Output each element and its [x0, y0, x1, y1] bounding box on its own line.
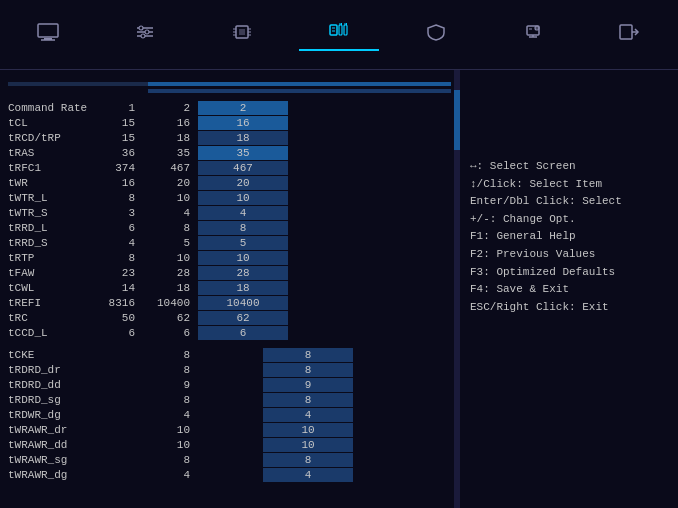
timing-current: 4 — [143, 207, 198, 219]
advance-timing-target[interactable]: 10 — [263, 423, 353, 437]
timing-default: 6 — [88, 222, 143, 234]
advance-timing-default: 10 — [148, 439, 198, 451]
timing-target[interactable]: 16 — [198, 116, 288, 130]
timing-target[interactable]: 35 — [198, 146, 288, 160]
timing-name: tWR — [8, 177, 88, 189]
timing-row: tWTR_S 3 4 4 — [8, 206, 451, 220]
timing-target[interactable]: 10 — [198, 251, 288, 265]
advance-timing-target[interactable]: 8 — [263, 453, 353, 467]
advance-timing-row: tWRAWR_dg 4 4 — [8, 468, 451, 482]
advance-timing-target[interactable]: 4 — [263, 468, 353, 482]
timing-target[interactable]: 10 — [198, 191, 288, 205]
shortcut-item: ESC/Right Click: Exit — [470, 299, 668, 317]
nav-cpu-ram[interactable] — [299, 21, 379, 51]
timing-target[interactable]: 8 — [198, 221, 288, 235]
shortcut-item: ↕/Click: Select Item — [470, 176, 668, 194]
timing-default: 50 — [88, 312, 143, 324]
timing-current: 2 — [143, 102, 198, 114]
top-nav — [0, 0, 678, 70]
timing-target[interactable]: 20 — [198, 176, 288, 190]
memory-profile-label — [8, 82, 148, 86]
advance-timing-target[interactable]: 4 — [263, 408, 353, 422]
shortcut-item: F1: General Help — [470, 228, 668, 246]
scroll-indicator — [454, 70, 460, 508]
timing-default: 4 — [88, 237, 143, 249]
nav-main[interactable] — [8, 23, 88, 49]
timing-target[interactable]: 467 — [198, 161, 288, 175]
right-panel: ↔: Select Screen↕/Click: Select ItemEnte… — [460, 70, 678, 508]
svg-rect-19 — [332, 30, 335, 32]
security-icon — [425, 23, 447, 45]
nav-security[interactable] — [396, 23, 476, 49]
shortcut-item: +/-: Change Opt. — [470, 211, 668, 229]
timing-name: tREFI — [8, 297, 88, 309]
advance-timing-default: 8 — [148, 454, 198, 466]
advance-timing-default: 8 — [148, 394, 198, 406]
advance-timing-target[interactable]: 10 — [263, 438, 353, 452]
timing-target[interactable]: 6 — [198, 326, 288, 340]
shortcut-item: F2: Previous Values — [470, 246, 668, 264]
timing-name: tFAW — [8, 267, 88, 279]
memory-frequency-value[interactable] — [148, 89, 451, 93]
advance-timing-row: tWRAWR_sg 8 8 — [8, 453, 451, 467]
advance-timing-row: tCKE 8 8 — [8, 348, 451, 362]
advance-timing-default: 8 — [148, 349, 198, 361]
timing-name: tRC — [8, 312, 88, 324]
timing-current: 467 — [143, 162, 198, 174]
timing-name: Command Rate — [8, 102, 88, 114]
advance-timing-row: tRDRD_dr 8 8 — [8, 363, 451, 377]
timing-target[interactable]: 28 — [198, 266, 288, 280]
advance-timing-default: 4 — [148, 469, 198, 481]
svg-rect-0 — [38, 24, 58, 37]
svg-point-7 — [145, 30, 149, 34]
timing-target[interactable]: 10400 — [198, 296, 288, 310]
advance-timing-name: tWRAWR_dg — [8, 469, 148, 481]
timing-default: 374 — [88, 162, 143, 174]
timing-current: 18 — [143, 132, 198, 144]
memory-profile-row — [8, 82, 451, 86]
advance-timing-name: tRDRD_sg — [8, 394, 148, 406]
timing-target[interactable]: 62 — [198, 311, 288, 325]
nav-boot[interactable] — [493, 23, 573, 49]
timing-default: 1 — [88, 102, 143, 114]
advance-timing-target[interactable]: 8 — [263, 348, 353, 362]
timing-current: 18 — [143, 282, 198, 294]
advance-timing-name: tWRAWR_sg — [8, 454, 148, 466]
advance-timing-row: tWRAWR_dd 10 10 — [8, 438, 451, 452]
nav-exit[interactable] — [589, 23, 669, 49]
advance-timing-row: tRDWR_dg 4 4 — [8, 408, 451, 422]
svg-rect-20 — [339, 25, 342, 35]
memory-profile-value[interactable] — [148, 82, 451, 86]
advance-timing-target[interactable]: 8 — [263, 363, 353, 377]
advance-timing-row: tWRAWR_dr 10 10 — [8, 423, 451, 437]
timing-row: tWTR_L 8 10 10 — [8, 191, 451, 205]
svg-rect-10 — [239, 29, 245, 35]
nav-chipset[interactable] — [202, 23, 282, 49]
timing-target[interactable]: 4 — [198, 206, 288, 220]
timing-default: 14 — [88, 282, 143, 294]
timing-name: tRRD_L — [8, 222, 88, 234]
svg-point-8 — [141, 34, 145, 38]
advance-timing-target[interactable]: 9 — [263, 378, 353, 392]
timing-name: tWTR_S — [8, 207, 88, 219]
shortcut-item: ↔: Select Screen — [470, 158, 668, 176]
timing-row: tRTP 8 10 10 — [8, 251, 451, 265]
timing-current: 10400 — [143, 297, 198, 309]
advance-timing-target[interactable]: 8 — [263, 393, 353, 407]
timing-row: tCCD_L 6 6 6 — [8, 326, 451, 340]
timing-name: tRAS — [8, 147, 88, 159]
timing-target[interactable]: 5 — [198, 236, 288, 250]
advance-timing-default: 8 — [148, 364, 198, 376]
timing-default: 23 — [88, 267, 143, 279]
timing-name: tRFC1 — [8, 162, 88, 174]
advance-timing-name: tWRAWR_dr — [8, 424, 148, 436]
scroll-thumb[interactable] — [454, 90, 460, 150]
timing-target[interactable]: 2 — [198, 101, 288, 115]
timing-row: tFAW 23 28 28 — [8, 266, 451, 280]
timing-target[interactable]: 18 — [198, 131, 288, 145]
nav-advanced[interactable] — [105, 23, 185, 49]
timing-rows-container: Command Rate 1 2 2 tCL 15 16 16 tRCD/tRP… — [8, 101, 451, 340]
advance-rows-container: tCKE 8 8 tRDRD_dr 8 8 tRDRD_dd 9 9 tRDRD… — [8, 348, 451, 482]
timing-target[interactable]: 18 — [198, 281, 288, 295]
advance-timing-name: tRDRD_dd — [8, 379, 148, 391]
